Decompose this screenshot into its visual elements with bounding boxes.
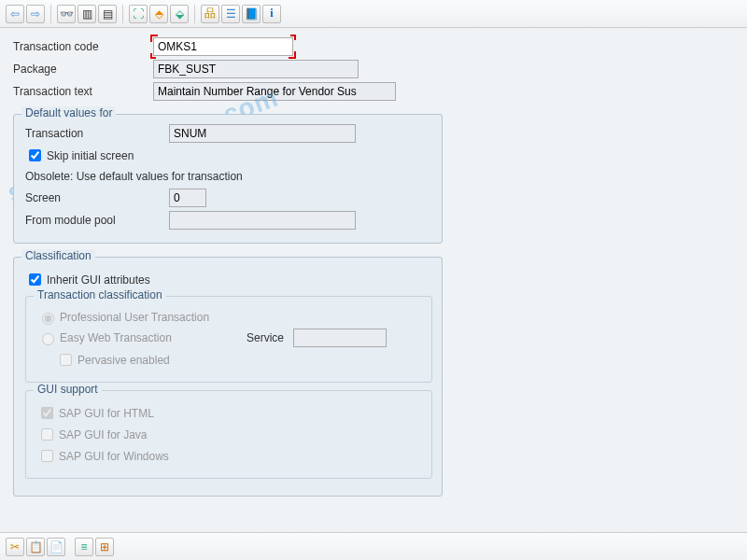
back-button[interactable]: ⇦ [6, 5, 24, 23]
skip-initial-checkbox[interactable] [29, 149, 41, 161]
from-module-field [169, 211, 356, 230]
deselect-icon: ⊞ [100, 540, 109, 553]
gui-java-checkbox [41, 428, 53, 441]
classification-title: Classification [21, 249, 95, 262]
package-field [153, 60, 359, 78]
cut-button[interactable]: ✂ [6, 538, 24, 556]
displaychange-button[interactable]: ▥ [78, 5, 96, 23]
tool3-button[interactable]: ⬙ [170, 5, 189, 23]
gui-support-title: GUI support [34, 383, 102, 396]
default-values-title: Default values for [21, 106, 116, 119]
transaction-text-label: Transaction text [13, 85, 153, 98]
content-area: saptables-online.com Transaction code Pa… [0, 28, 747, 532]
inherit-gui-checkbox[interactable] [29, 273, 41, 286]
toolbar-separator [50, 5, 51, 23]
paste-button[interactable]: 📄 [47, 538, 65, 556]
hierarchy-button[interactable]: 品 [201, 5, 219, 23]
easy-web-label: Easy Web Transaction [60, 331, 247, 344]
toolbar-separator [122, 5, 123, 23]
easy-web-radio [42, 333, 54, 345]
cut-icon: ✂ [10, 540, 20, 553]
skip-initial-label: Skip initial screen [47, 149, 134, 162]
professional-radio [42, 313, 54, 325]
classification-group: Classification Inherit GUI attributes Tr… [13, 257, 443, 497]
screen-field [169, 189, 206, 207]
hierarchy-icon: 品 [204, 6, 216, 21]
copy-button[interactable]: 📋 [26, 538, 45, 556]
tool1-button[interactable]: ⛶ [129, 5, 148, 23]
toolbar-separator [194, 5, 195, 23]
transaction-text-field [153, 82, 396, 101]
transaction-label: Transaction [25, 127, 169, 140]
transaction-classification-title: Transaction classification [34, 288, 166, 301]
default-values-group: Default values for Transaction Skip init… [13, 114, 443, 244]
bottom-toolbar: ✂ 📋 📄 ≡ ⊞ [0, 532, 747, 560]
select-all-button[interactable]: ≡ [75, 538, 93, 556]
service-field [293, 329, 387, 347]
node-icon: ⬘ [155, 7, 163, 21]
gui-windows-checkbox [41, 450, 53, 462]
screen-label: Screen [25, 191, 169, 204]
transaction-code-label: Transaction code [13, 40, 153, 53]
list-icon: ▤ [103, 7, 113, 21]
list-button[interactable]: ▤ [98, 5, 117, 23]
gui-support-group: GUI support SAP GUI for HTML SAP GUI for… [25, 390, 432, 479]
main-toolbar: ⇦ ⇨ 👓 ▥ ▤ ⛶ ⬘ ⬙ 品 ☰ 📘 i [0, 0, 747, 28]
deselect-button[interactable]: ⊞ [95, 538, 114, 556]
gui-html-label: SAP GUI for HTML [59, 407, 154, 420]
package-label: Package [13, 63, 153, 76]
display-button[interactable]: 👓 [57, 5, 76, 23]
tool2-button[interactable]: ⬘ [149, 5, 168, 23]
book-icon: 📘 [245, 7, 259, 21]
service-label: Service [247, 331, 293, 344]
info-icon: i [270, 7, 273, 21]
transaction-classification-group: Transaction classification Professional … [25, 296, 432, 383]
gui-java-label: SAP GUI for Java [59, 428, 147, 441]
info-button[interactable]: i [262, 5, 281, 23]
box-icon: ⛶ [133, 7, 144, 21]
glasses-icon: 👓 [60, 7, 74, 21]
tree-icon: ☰ [226, 7, 236, 21]
from-module-label: From module pool [25, 214, 169, 227]
paste-icon: 📄 [49, 540, 63, 553]
copy-icon: 📋 [29, 540, 43, 553]
inherit-gui-label: Inherit GUI attributes [47, 273, 150, 287]
forward-button[interactable]: ⇨ [26, 5, 45, 23]
transaction-field [169, 124, 356, 143]
obsolete-text: Obsolete: Use default values for transac… [25, 170, 432, 183]
gui-html-checkbox [41, 407, 53, 419]
tree-button[interactable]: ☰ [221, 5, 240, 23]
pervasive-checkbox [60, 354, 72, 366]
select-all-icon: ≡ [80, 540, 87, 553]
arrow-left-icon: ⇦ [10, 7, 20, 21]
pervasive-label: Pervasive enabled [78, 354, 170, 367]
grid-icon: ▥ [82, 7, 92, 21]
professional-label: Professional User Transaction [60, 311, 209, 324]
node2-icon: ⬙ [176, 7, 184, 21]
transaction-code-field[interactable] [153, 37, 293, 56]
gui-windows-label: SAP GUI for Windows [59, 450, 169, 463]
arrow-right-icon: ⇨ [31, 7, 40, 21]
documentation-button[interactable]: 📘 [242, 5, 261, 23]
